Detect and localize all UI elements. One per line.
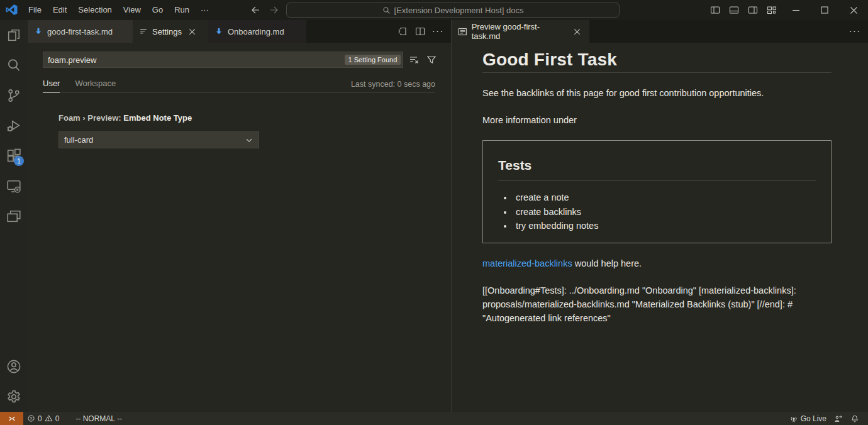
problems-status[interactable]: 0 0 [23,412,63,425]
preview-heading: Good First Task [482,53,832,73]
status-bar: 0 0 -- NORMAL -- Go Live [0,412,868,425]
more-actions-icon[interactable]: ··· [430,23,446,40]
list-item: create a note [513,190,816,205]
open-settings-json-icon[interactable] [394,23,411,40]
command-center-search[interactable]: [Extension Development Host] docs [286,3,620,18]
forward-arrow-icon[interactable] [268,0,281,20]
back-arrow-icon[interactable] [249,0,262,20]
close-window-button[interactable] [839,0,868,20]
vscode-logo-icon [6,4,18,16]
embed-note-type-select[interactable]: full-card [58,131,259,148]
menu-run[interactable]: Run [169,0,195,20]
embedded-note-list: create a note create backlinks try embed… [498,190,816,233]
scope-tab-user[interactable]: User [43,75,60,93]
feedback-person-icon [834,414,843,423]
extensions-icon[interactable]: 1 [0,141,28,171]
broadcast-icon [789,414,798,423]
preview-paragraph-2: More information under [482,113,832,127]
markdown-preview-pane: Good First Task See the backlinks of thi… [452,43,868,412]
customize-layout-icon[interactable] [762,0,781,20]
last-synced-label: Last synced: 0 secs ago [351,80,435,89]
close-tab-icon[interactable] [570,25,583,38]
settings-search-row: 1 Setting Found [43,52,438,68]
tab-good-first-task[interactable]: good-first-task.md [28,20,133,43]
split-editor-icon[interactable] [412,23,428,40]
scope-tab-workspace[interactable]: Workspace [75,75,116,93]
list-item: create backlinks [513,205,816,219]
go-live-label: Go Live [801,414,826,423]
editor-actions-right: ··· [847,20,868,43]
source-control-icon[interactable] [0,80,28,111]
search-icon [382,6,391,14]
title-bar-controls [706,0,868,20]
tab-onboarding[interactable]: Onboarding.md [208,20,306,43]
markdown-preview-icon [458,27,467,36]
menu-file[interactable]: File [23,0,47,20]
editor-actions-left: ··· [394,20,451,43]
settings-search-input[interactable] [48,55,345,65]
vscode-window: File Edit Selection View Go Run ··· [Ext… [0,0,868,425]
settings-editor: 1 Setting Found User Workspace Last sync… [28,43,451,412]
embedded-note-title: Tests [498,158,816,180]
preview-reference-paragraph: [[Onboarding#Tests]: ../Onboarding.md "O… [482,284,832,325]
notifications-bell-icon[interactable] [847,412,863,425]
tab-bar-right: Preview good-first-task.md ··· [452,20,868,43]
preview-paragraph-1: See the backlinks of this page for good … [482,86,832,100]
maximize-button[interactable] [810,0,839,20]
minimize-button[interactable] [781,0,810,20]
accounts-icon[interactable] [0,351,28,382]
close-tab-icon[interactable] [186,25,199,38]
manage-gear-icon[interactable] [0,382,28,412]
warning-count: 0 [55,414,60,423]
setting-name: Embed Note Type [123,113,192,123]
more-actions-icon[interactable]: ··· [847,23,863,40]
materialized-backlinks-link[interactable]: materialized-backlinks [482,258,572,268]
settings-result-count-badge: 1 Setting Found [345,55,401,65]
title-bar: File Edit Selection View Go Run ··· [Ext… [0,0,868,20]
feedback-button[interactable] [830,412,847,425]
run-debug-icon[interactable] [0,111,28,141]
menu-selection[interactable]: Selection [72,0,117,20]
tab-preview-good-first-task[interactable]: Preview good-first-task.md [452,20,589,43]
tab-label: good-first-task.md [47,27,113,36]
search-view-icon[interactable] [0,50,28,80]
menu-go[interactable]: Go [147,0,169,20]
remote-explorer-icon[interactable] [0,171,28,201]
chevron-down-icon [245,136,253,145]
remote-indicator[interactable] [0,412,23,425]
status-bar-right: Go Live [786,412,868,425]
settings-list: Foam › Preview: Embed Note Type full-car… [43,93,438,148]
nav-history [249,0,281,20]
toggle-panel-icon[interactable] [725,0,743,20]
menu-edit[interactable]: Edit [47,0,72,20]
markdown-file-icon [214,27,223,36]
error-count: 0 [38,414,42,423]
setting-title: Foam › Preview: Embed Note Type [58,113,438,123]
settings-search-box: 1 Setting Found [43,52,403,68]
tab-label: Preview good-first-task.md [472,22,567,41]
toggle-sidebar-icon[interactable] [706,0,725,20]
link-suffix-text: would help here. [572,258,642,268]
search-label: [Extension Development Host] docs [394,6,524,15]
vim-mode-indicator[interactable]: -- NORMAL -- [72,412,126,425]
editor-group-left: good-first-task.md Settings Onboarding.m… [28,20,451,412]
remote-icon [8,414,16,423]
filter-settings-icon[interactable] [425,53,438,67]
menu-more[interactable]: ··· [195,0,214,20]
explorer-icon[interactable] [0,20,28,50]
tab-bar-left: good-first-task.md Settings Onboarding.m… [28,20,451,43]
toggle-secondary-sidebar-icon[interactable] [743,0,762,20]
tab-label: Settings [152,27,182,36]
go-live-button[interactable]: Go Live [786,412,830,425]
custom-views-icon[interactable] [0,201,28,231]
embedded-note-card: Tests create a note create backlinks try… [482,140,832,243]
list-item: try embedding notes [513,219,816,233]
error-icon [27,414,35,422]
menu-bar: File Edit Selection View Go Run ··· [23,0,214,20]
setting-category: Foam › Preview: [58,113,123,123]
menu-view[interactable]: View [118,0,147,20]
clear-settings-search-icon[interactable] [407,53,421,67]
tab-settings[interactable]: Settings [133,20,208,43]
editor-group-right: Preview good-first-task.md ··· Good Firs… [452,20,868,412]
workbench: 1 good-first-task.md [0,20,868,412]
